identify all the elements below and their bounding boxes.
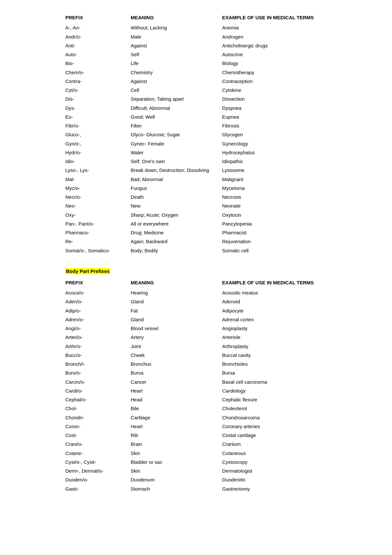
table-row: Neo- New Neonate	[65, 201, 327, 210]
table-row: Carcin/o- Cancer Basal cell carcinoma	[65, 378, 327, 386]
general-prefixes-header: PREFIX MEANING EXAMPLE OF USE IN MEDICAL…	[65, 13, 327, 22]
table-row: Adren/o- Gland Adrenal cortex	[65, 315, 327, 324]
prefix-cell: Contra-	[65, 77, 131, 85]
table-row: Derm-, Dermat/o- Skin Dermatologist	[65, 466, 327, 475]
table-row: Fibr/o- Fiber Fibrosis	[65, 121, 327, 130]
meaning-cell: Gynec- Female	[131, 140, 222, 147]
meaning-cell: Gland	[131, 316, 222, 323]
prefix-cell: Dis-	[65, 95, 131, 103]
example-cell: Lysosome	[222, 166, 327, 174]
table-row: Chem/o- Chemistry Chemotherapy	[65, 68, 327, 77]
example-cell: Acoustic meatus	[222, 289, 327, 296]
prefix-cell: Aden/o-	[65, 298, 131, 305]
example-cell: Necrosis	[222, 193, 327, 201]
table-row: Arteri/o- Artery Arteriole	[65, 333, 327, 342]
example-cell: Anticholinergic drugs	[222, 42, 327, 49]
meaning-cell: Against	[131, 42, 222, 49]
table-row: Pharmaco- Drug; Medicine Pharmacist	[65, 228, 327, 237]
example-cell: Cardiology	[222, 387, 327, 395]
meaning-cell: Gland	[131, 298, 222, 305]
table-row: Gyn/o-, Gynec- Female Gynecology	[65, 139, 327, 148]
table-row: Dis- Separation; Taking apart Dissection	[65, 94, 327, 103]
table-row: Cyst/o-, Cysti- Bladder or sac Cystoscop…	[65, 458, 327, 466]
table-row: Oxy- Sharp; Acute; Oxygen Oxytocin	[65, 210, 327, 219]
example-cell: Oxytocin	[222, 211, 327, 219]
table-row: Crani/o- Brain Cranium	[65, 440, 327, 448]
example-cell: Idiopathic	[222, 158, 327, 165]
example-cell: Dissection	[222, 95, 327, 103]
prefix-cell: Chem/o-	[65, 69, 131, 76]
example-cell: Pharmacist	[222, 229, 327, 236]
table-row: Bio- Life Biology	[65, 59, 327, 68]
prefix-cell: Burs/o-	[65, 369, 131, 377]
prefix-cell: Fibr/o-	[65, 122, 131, 129]
meaning-cell: Brain	[131, 440, 222, 448]
prefix-cell: Cutane-	[65, 449, 131, 457]
meaning-cell: Duodenum	[131, 476, 222, 483]
meaning-cell: Fat	[131, 307, 222, 314]
meaning-cell: Heart	[131, 423, 222, 430]
meaning-cell: Against	[131, 77, 222, 85]
example-cell: Eupnea	[222, 113, 327, 121]
meaning-cell: Hearing	[131, 289, 222, 296]
example-cell: Dyspnea	[222, 104, 327, 112]
prefix-cell: Necr/o-	[65, 193, 131, 201]
example-cell: Rejuvenation	[222, 238, 327, 245]
general-prefixes-section: PREFIX MEANING EXAMPLE OF USE IN MEDICAL…	[65, 13, 327, 255]
table-row: Angi/o- Blood vessel Angioplasty	[65, 324, 327, 333]
prefix-cell: Cardi/o-	[65, 387, 131, 395]
example-cell: Glycogen	[222, 131, 327, 138]
prefix-cell: Adren/o-	[65, 316, 131, 323]
table-row: Myc/o- Fungus Mycetoma	[65, 184, 327, 193]
table-row: Cutane- Skin Cutaneous	[65, 449, 327, 458]
table-row: Lyso-, Lys- Break down; Destruction; Dis…	[65, 166, 327, 175]
example-cell: Chemotherapy	[222, 69, 327, 76]
prefix-cell: Bronch/i-	[65, 360, 131, 368]
prefix-cell: Anti-	[65, 42, 131, 49]
example-cell: Dermatologist	[222, 467, 327, 475]
meaning-cell: Bile	[131, 405, 222, 412]
body-header-meaning-col: MEANING	[131, 279, 222, 286]
prefix-cell: Cyst/o-, Cysti-	[65, 458, 131, 466]
prefix-cell: Duoden/o-	[65, 476, 131, 483]
prefix-cell: Pan-, Pant/o-	[65, 220, 131, 227]
body-header-prefix-col: PREFIX	[65, 279, 131, 286]
prefix-cell: Angi/o-	[65, 325, 131, 332]
meaning-cell: Cheek	[131, 351, 222, 359]
table-row: Bronch/i- Bronchus Bronchioles	[65, 360, 327, 368]
meaning-cell: Cartilage	[131, 414, 222, 421]
meaning-cell: Skin	[131, 449, 222, 457]
example-cell: Androgen	[222, 33, 327, 41]
prefix-cell: Cephal/o-	[65, 396, 131, 403]
example-cell: Biology	[222, 59, 327, 67]
meaning-cell: Fiber	[131, 122, 222, 129]
example-cell: Adenoid	[222, 298, 327, 305]
prefix-cell: Chol-	[65, 405, 131, 412]
example-cell: Buccal cavity	[222, 351, 327, 359]
meaning-cell: Stomach	[131, 485, 222, 493]
example-cell: Angioplasty	[222, 325, 327, 332]
prefix-cell: Re-	[65, 238, 131, 245]
table-row: Idio- Self; One's own Idiopathic	[65, 157, 327, 166]
meaning-cell: Blood vessel	[131, 325, 222, 332]
example-cell: Neonate	[222, 202, 327, 210]
prefix-cell: Crani/o-	[65, 440, 131, 448]
example-cell: Cranium	[222, 440, 327, 448]
prefix-cell: Arteri/o-	[65, 333, 131, 341]
meaning-cell: Death	[131, 193, 222, 201]
prefix-cell: Pharmaco-	[65, 229, 131, 236]
example-cell: Malignant	[222, 176, 327, 183]
prefix-cell: Carcin/o-	[65, 378, 131, 386]
example-cell: Basal cell carcinoma	[222, 378, 327, 386]
meaning-cell: Skin	[131, 467, 222, 475]
body-part-prefixes-section: PREFIX MEANING EXAMPLE OF USE IN MEDICAL…	[65, 278, 327, 493]
table-row: Chondri- Cartilage Chondrosarcoma	[65, 413, 327, 422]
prefix-cell: Cyt/o-	[65, 86, 131, 94]
table-row: Dys- Difficult; Abnormal Dyspnea	[65, 104, 327, 112]
prefix-cell: Bucc/o-	[65, 351, 131, 359]
meaning-cell: Bladder or sac	[131, 458, 222, 466]
table-row: Gastr- Stomach Gastrectomy	[65, 484, 327, 493]
meaning-cell: Drug; Medicine	[131, 229, 222, 236]
meaning-cell: Again; Backward	[131, 238, 222, 245]
example-cell: Adipocyte	[222, 307, 327, 314]
